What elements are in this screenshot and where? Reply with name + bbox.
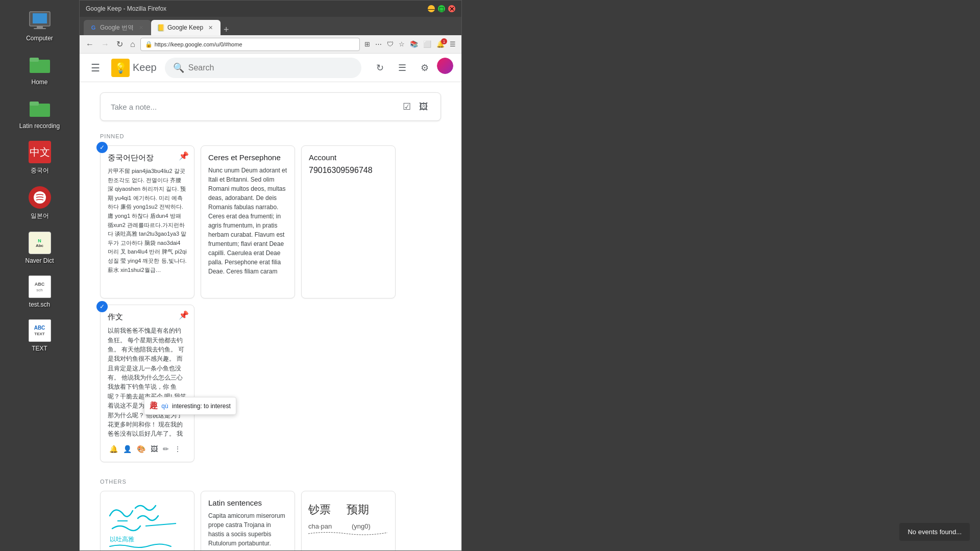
collab-btn[interactable]: 👤 (121, 280, 133, 291)
note-card-zuowen[interactable]: ✓ 📌 作文 以前我爸爸不愧是有名的钓鱼狂。 每个星期天他都去钓鱼。 有天他陪我… (100, 305, 194, 462)
desktop-icon-test-sch[interactable]: ABC sch test.sch (9, 271, 70, 311)
search-icon: 🔍 (173, 62, 184, 73)
shield-btn[interactable]: 🛡 (385, 39, 395, 49)
note-card-ceres[interactable]: Ceres et Persephone Nunc unum Deum adora… (201, 145, 295, 298)
menu-btn[interactable]: ☰ (448, 39, 457, 49)
color-btn[interactable]: 🎨 (135, 280, 147, 291)
note-card-account[interactable]: Account 79016309596748 (301, 145, 396, 298)
google-translate-favicon: G (90, 24, 97, 31)
account-number: 79016309596748 (309, 166, 388, 175)
image-btn[interactable]: 🖼 (149, 280, 159, 291)
library-btn[interactable]: 📚 (408, 39, 420, 49)
close-button[interactable]: ✕ (448, 5, 455, 12)
collab-btn-zuowen[interactable]: 👤 (121, 443, 133, 455)
others-section: OTHERS 以吐高雅 (100, 479, 441, 550)
note-body-latin: Capita amicorum miserorum prope castra T… (208, 511, 287, 548)
avatar-image (437, 58, 453, 74)
desktop-icon-chinese[interactable]: 中文 중국어 (9, 137, 70, 178)
image-btn-zuowen[interactable]: 🖼 (149, 443, 159, 455)
minimize-button[interactable]: — (428, 5, 435, 12)
search-input[interactable] (188, 63, 353, 72)
forward-button[interactable]: → (99, 39, 111, 50)
desktop-icon-test-sch-label: test.sch (29, 301, 50, 308)
note-body-chinese-vocab: 片甲不留 pian4jia3bu4liu2 갈곳한조각도 없다. 전멸이다 齐腰… (108, 167, 187, 274)
archive-btn[interactable]: 📦 (161, 280, 173, 291)
avatar[interactable] (437, 58, 453, 74)
desktop-icon-naver-dict-label: Naver Dict (25, 257, 54, 264)
tab-bar: G Google 번역 ✕ 📒 Google Keep ✕ + (80, 17, 461, 35)
pinned-section: PINNED ✓ 📌 중국어단어장 片甲不留 pian4jia3bu4liu2 … (100, 133, 441, 462)
new-note-placeholder: Take a note... (111, 103, 157, 111)
note-card-latin-sentences[interactable]: Latin sentences Capita amicorum miseroru… (201, 491, 295, 550)
keep-header: ☰ 💡 Keep 🔍 ↻ ☰ ⚙ (80, 54, 461, 82)
reload-button[interactable]: ↻ (114, 38, 125, 50)
note-pin-chinese-vocab[interactable]: 📌 (179, 151, 189, 161)
tooltip-popup: 趣 qù interesting: to interest (144, 397, 236, 415)
notification-btn[interactable]: 🔔1 (435, 39, 446, 49)
url-text: https://keep.google.com/u/0/#home (155, 41, 242, 47)
star-btn[interactable]: ☆ (397, 39, 406, 49)
drawing-btn-zuowen[interactable]: ✏ (161, 443, 170, 455)
desktop-icon-computer-label: Computer (26, 35, 53, 42)
note-check-zuowen: ✓ (96, 301, 108, 312)
color-btn-zuowen[interactable]: 🎨 (135, 443, 147, 455)
note-pin-zuowen[interactable]: 📌 (179, 310, 189, 320)
container-btn[interactable]: ⬜ (422, 39, 433, 49)
maximize-button[interactable]: □ (438, 5, 445, 12)
new-image-button[interactable]: 🖼 (417, 99, 430, 114)
keep-logo-icon: 💡 (111, 59, 130, 77)
settings-button[interactable]: ⚙ (414, 58, 435, 78)
google-keep-favicon: 📒 (157, 24, 164, 31)
desktop-icon-naver-dict[interactable]: N Abc Naver Dict (9, 228, 70, 267)
home-button[interactable]: ⌂ (128, 39, 137, 50)
pinned-notes-grid: ✓ 📌 중국어단어장 片甲不留 pian4jia3bu4liu2 갈곳한조각도 … (100, 145, 441, 462)
toast-text: No events found... (908, 528, 962, 536)
note-card-hw1[interactable]: 以吐高雅 (100, 491, 194, 550)
tab-google-keep-close[interactable]: ✕ (206, 23, 214, 32)
new-checklist-button[interactable]: ☑ (401, 99, 413, 114)
remind-btn-zuowen[interactable]: 🔔 (108, 443, 119, 455)
tab-google-translate[interactable]: G Google 번역 ✕ (84, 20, 151, 35)
search-bar[interactable]: 🔍 (165, 58, 361, 78)
keep-menu-button[interactable]: ☰ (88, 59, 103, 77)
svg-rect-5 (30, 58, 39, 62)
note-body-ceres: Nunc unum Deum adorant et Itali et Brita… (208, 166, 287, 278)
desktop-icon-home-label: Home (31, 79, 47, 86)
list-view-button[interactable]: ☰ (392, 58, 412, 78)
desktop-icon-chinese-label: 중국어 (31, 166, 49, 175)
back-button[interactable]: ← (84, 39, 96, 50)
tab-google-keep[interactable]: 📒 Google Keep ✕ (151, 20, 220, 35)
more-options-btn-zuowen[interactable]: ⋮ (173, 443, 183, 455)
url-bar[interactable]: 🔒 https://keep.google.com/u/0/#home (140, 38, 360, 51)
nav-bar: ← → ↻ ⌂ 🔒 https://keep.google.com/u/0/#h… (80, 35, 461, 54)
more-btn[interactable]: ⋯ (374, 39, 383, 49)
desktop-icon-japanese[interactable]: 일본어 (9, 182, 70, 223)
note-check-chinese-vocab: ✓ (96, 142, 108, 153)
new-note-bar[interactable]: Take a note... ☑ 🖼 (100, 92, 441, 121)
remind-btn[interactable]: 🔔 (108, 280, 119, 291)
new-tab-button[interactable]: + (220, 24, 232, 35)
desktop-icon-computer[interactable]: Computer (9, 5, 70, 45)
more-options-btn[interactable]: ⋮ (175, 280, 185, 291)
note-card-chinese-vocab[interactable]: ✓ 📌 중국어단어장 片甲不留 pian4jia3bu4liu2 갈곳한조각도 … (100, 145, 194, 298)
refresh-button[interactable]: ↻ (370, 58, 390, 78)
note-area: Take a note... ☑ 🖼 PINNED ✓ 📌 중국어단어장 片甲不… (80, 82, 461, 550)
header-actions: ↻ ☰ ⚙ (370, 58, 453, 78)
desktop-icon-home[interactable]: Home (9, 49, 70, 89)
svg-text:预期: 预期 (347, 503, 369, 516)
window-controls: — □ ✕ (428, 5, 455, 12)
svg-text:cha·pan: cha·pan (308, 522, 332, 530)
keep-title: Keep (133, 62, 157, 73)
tab-google-translate-close[interactable]: ✕ (137, 23, 145, 32)
nav-icons: ⊞ ⋯ 🛡 ☆ 📚 ⬜ 🔔1 ☰ (363, 39, 457, 49)
note-card-hw2[interactable]: 钞票 预期 cha·pan (yng0) (301, 491, 396, 550)
tab-google-keep-label: Google Keep (167, 24, 203, 31)
desktop-icon-latin-recording[interactable]: Latin recording (9, 93, 70, 133)
tooltip-meaning: interesting: to interest (172, 403, 231, 410)
desktop-icon-text[interactable]: ABC TEXT TEXT (9, 315, 70, 355)
svg-rect-1 (33, 13, 47, 23)
bookmark-btn[interactable]: ⊞ (363, 39, 372, 49)
browser-window: Google Keep - Mozilla Firefox — □ ✕ G Go… (79, 0, 462, 551)
no-events-toast: No events found... (899, 523, 970, 541)
handwriting-svg-2: 钞票 预期 cha·pan (yng0) (306, 495, 393, 550)
